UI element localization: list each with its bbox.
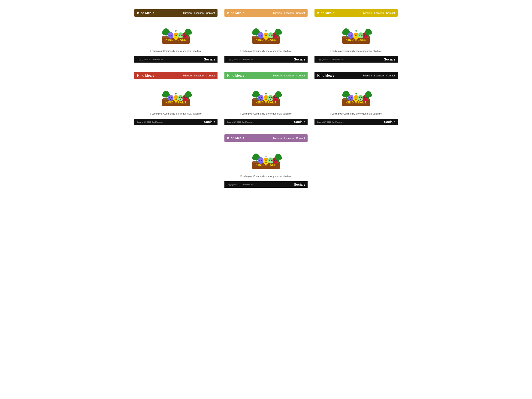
navbar-brand-1: Kind Meals — [137, 11, 154, 15]
navbar-orange: Kind Meals Mission Location Contact — [224, 9, 308, 17]
footer-socials-2[interactable]: Socials — [294, 57, 305, 61]
navbar-brand-6: Kind Meals — [317, 74, 334, 77]
footer-2: Copyright © 2022 KindMeals.org Socials — [224, 56, 308, 63]
footer-socials-7[interactable]: Socials — [294, 183, 305, 186]
nav-location-6[interactable]: Location — [374, 74, 384, 77]
nav-contact-1[interactable]: Contact — [206, 12, 215, 14]
nav-location-3[interactable]: Location — [374, 12, 384, 14]
svg-point-96 — [169, 97, 170, 98]
card-yellow: Kind Meals Mission Location Contact KIND… — [315, 9, 398, 63]
svg-rect-35 — [256, 35, 257, 37]
svg-point-68 — [351, 35, 352, 36]
svg-point-183 — [259, 160, 260, 161]
svg-point-126 — [261, 97, 262, 98]
nav-mission-4[interactable]: Mission — [183, 74, 192, 77]
svg-point-193 — [269, 160, 270, 161]
svg-point-155 — [351, 97, 352, 98]
tagline-7: Feeding our Community one vegan meal at … — [240, 175, 292, 177]
svg-point-18 — [179, 33, 182, 35]
nav-mission-3[interactable]: Mission — [363, 12, 372, 14]
card-purple: Kind Meals Mission Location Contact KIND… — [224, 134, 308, 188]
card-brown: Kind Meals Mission Location Contact KIND… — [134, 9, 217, 63]
nav-contact-4[interactable]: Contact — [206, 74, 215, 77]
nav-location-2[interactable]: Location — [284, 12, 294, 14]
svg-point-76 — [359, 33, 362, 35]
nav-mission-5[interactable]: Mission — [273, 74, 282, 77]
svg-point-197 — [274, 160, 275, 161]
svg-point-125 — [259, 97, 260, 98]
svg-point-194 — [271, 160, 272, 161]
card-green: Kind Meals Mission Location Contact KIND… — [224, 72, 308, 125]
svg-point-106 — [179, 97, 180, 98]
svg-point-101 — [176, 98, 177, 99]
svg-point-169 — [366, 97, 367, 98]
footer-socials-5[interactable]: Socials — [294, 120, 305, 124]
footer-socials-3[interactable]: Socials — [384, 57, 395, 61]
nav-mission-7[interactable]: Mission — [273, 137, 282, 139]
footer-5: Copyright © 2022 KindMeals.org Socials — [224, 119, 308, 125]
footer-3: Copyright © 2022 KindMeals.org Socials — [315, 56, 398, 63]
svg-point-163 — [359, 95, 362, 98]
svg-point-186 — [264, 158, 268, 161]
navbar-green: Kind Meals Mission Location Contact — [224, 72, 308, 79]
svg-rect-115 — [188, 97, 189, 99]
svg-point-158 — [355, 98, 356, 99]
card-body-5: KIND MEALS — [224, 79, 308, 119]
tagline-2: Feeding our Community one vegan meal at … — [240, 50, 292, 52]
nav-location-4[interactable]: Location — [194, 74, 204, 77]
nav-mission-1[interactable]: Mission — [183, 12, 192, 14]
navbar-brand-3: Kind Meals — [317, 11, 334, 15]
svg-point-164 — [359, 97, 360, 98]
svg-point-10 — [171, 35, 172, 36]
footer-socials-6[interactable]: Socials — [384, 120, 395, 124]
svg-point-53 — [276, 35, 277, 36]
footer-socials-1[interactable]: Socials — [204, 57, 215, 61]
svg-line-103 — [176, 93, 176, 95]
svg-point-71 — [355, 35, 356, 36]
nav-mission-6[interactable]: Mission — [363, 74, 372, 77]
svg-rect-173 — [368, 97, 369, 99]
svg-point-42 — [265, 35, 266, 36]
svg-point-105 — [179, 95, 182, 98]
footer-socials-4[interactable]: Socials — [204, 120, 215, 124]
svg-point-135 — [269, 97, 270, 98]
svg-rect-122 — [256, 97, 257, 100]
nav-mission-2[interactable]: Mission — [273, 12, 282, 14]
card-body-2: KIND MEALS — [224, 17, 308, 56]
card-grid-bottom: Kind Meals Mission Location Contact KIND… — [5, 134, 527, 188]
svg-line-190 — [266, 156, 266, 158]
footer-4: Copyright © 2022 KindMeals.org Socials — [134, 119, 217, 125]
navbar-brand-7: Kind Meals — [227, 136, 244, 140]
nav-location-1[interactable]: Location — [194, 12, 204, 14]
svg-point-154 — [349, 97, 350, 98]
nav-location-5[interactable]: Location — [284, 74, 294, 77]
nav-contact-3[interactable]: Contact — [386, 12, 395, 14]
svg-point-140 — [276, 97, 277, 98]
footer-copy-7: Copyright © 2022 KindMeals.org — [227, 184, 253, 186]
nav-contact-5[interactable]: Contact — [296, 74, 305, 77]
svg-point-24 — [186, 35, 187, 36]
navbar-links-7: Mission Location Contact — [273, 137, 305, 139]
footer-6: Copyright © 2022 KindMeals.org Socials — [315, 119, 398, 125]
footer-copy-4: Copyright © 2022 KindMeals.org — [137, 121, 164, 123]
tagline-6: Feeding our Community one vegan meal at … — [330, 113, 382, 115]
nav-location-7[interactable]: Location — [284, 137, 294, 139]
svg-point-78 — [361, 35, 362, 36]
svg-point-198 — [276, 160, 277, 161]
nav-contact-7[interactable]: Contact — [296, 137, 305, 139]
svg-point-129 — [265, 98, 266, 99]
card-body-3: KIND MEALS — [315, 17, 398, 56]
svg-point-13 — [175, 35, 176, 36]
tagline-5: Feeding our Community one vegan meal at … — [240, 113, 292, 115]
svg-rect-202 — [278, 160, 279, 162]
svg-point-201 — [278, 156, 282, 160]
svg-point-100 — [175, 98, 176, 99]
svg-point-23 — [184, 35, 185, 36]
card-body-1: KIND MEALS — [134, 17, 217, 56]
nav-contact-2[interactable]: Contact — [296, 12, 305, 14]
nav-contact-6[interactable]: Contact — [386, 74, 395, 77]
tagline-3: Feeding our Community one vegan meal at … — [330, 50, 382, 52]
card-body-4: KIND MEALS — [134, 79, 217, 119]
svg-point-41 — [264, 33, 268, 36]
svg-rect-93 — [165, 97, 166, 100]
